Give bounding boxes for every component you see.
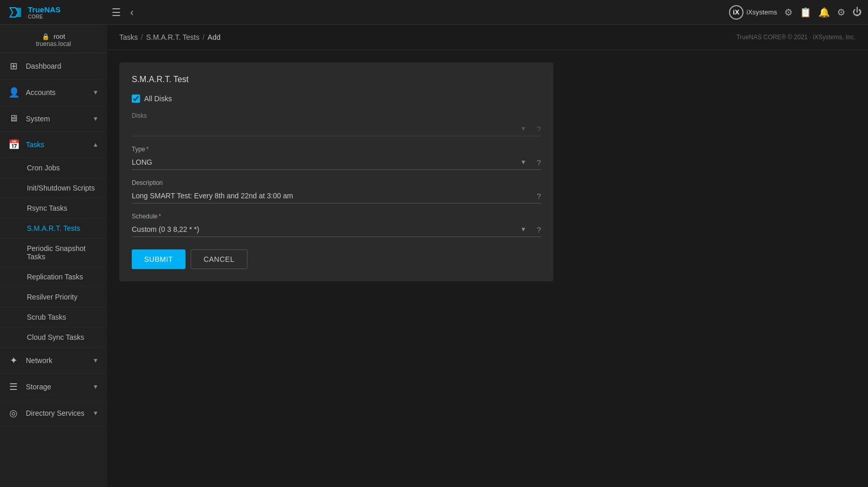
logo: TrueNAS CORE — [6, 3, 110, 22]
notifications-icon[interactable]: 🔔 — [818, 7, 830, 18]
sidebar-label-init-shutdown: Init/Shutdown Scripts — [27, 184, 95, 192]
sidebar-item-rsync-tasks[interactable]: Rsync Tasks — [0, 198, 107, 218]
network-arrow-icon: ▼ — [92, 357, 99, 364]
system-icon: 🖥 — [8, 113, 19, 124]
trident-icon[interactable]: ⚙ — [784, 7, 793, 18]
storage-arrow-icon: ▼ — [92, 383, 99, 390]
description-group: Description ? — [132, 179, 541, 203]
system-arrow-icon: ▼ — [92, 115, 99, 122]
sidebar-label-directory-services: Directory Services — [26, 409, 92, 417]
sidebar: 🔒 root truenas.local ⊞ Dashboard 👤 Accou… — [0, 25, 107, 487]
sidebar-label-network: Network — [26, 356, 92, 365]
description-input[interactable] — [132, 188, 541, 203]
breadcrumb-bar: Tasks / S.M.A.R.T. Tests / Add TrueNAS C… — [107, 25, 868, 50]
form-title: S.M.A.R.T. Test — [132, 75, 541, 84]
topnav-right: iX iXsystems ⚙ 📋 🔔 ⚙ ⏻ — [729, 5, 862, 20]
breadcrumb-tasks[interactable]: Tasks — [119, 33, 138, 41]
sidebar-label-smart-tests: S.M.A.R.T. Tests — [27, 224, 80, 232]
sidebar-label-system: System — [26, 115, 92, 123]
sidebar-item-cron-jobs[interactable]: Cron Jobs — [0, 158, 107, 178]
ix-systems-label: iXsystems — [747, 8, 777, 16]
disks-arrow-icon: ▼ — [520, 125, 526, 132]
disks-question-icon[interactable]: ? — [537, 124, 541, 133]
truenas-logo-icon — [6, 3, 25, 22]
sidebar-item-periodic-snapshot[interactable]: Periodic Snapshot Tasks — [0, 239, 107, 267]
tasks-arrow-icon: ▲ — [92, 141, 99, 148]
sidebar-item-system[interactable]: 🖥 System ▼ — [0, 106, 107, 132]
sidebar-item-storage[interactable]: ☰ Storage ▼ — [0, 374, 107, 400]
sidebar-label-tasks: Tasks — [26, 140, 92, 149]
sidebar-item-accounts[interactable]: 👤 Accounts ▼ — [0, 80, 107, 106]
directory-arrow-icon: ▼ — [92, 410, 99, 417]
type-help-icon[interactable]: ? — [537, 158, 541, 167]
sidebar-item-init-shutdown[interactable]: Init/Shutdown Scripts — [0, 178, 107, 198]
type-select[interactable]: LONG SHORT CONVEYANCE OFFLINE — [132, 155, 541, 169]
svg-rect-0 — [6, 3, 25, 22]
submit-button[interactable]: SUBMIT — [132, 249, 185, 269]
sidebar-item-cloud-sync-tasks[interactable]: Cloud Sync Tasks — [0, 327, 107, 348]
sidebar-item-replication-tasks[interactable]: Replication Tasks — [0, 267, 107, 287]
form-buttons: SUBMIT CANCEL — [132, 249, 541, 269]
panel-wrapper: S.M.A.R.T. Test All Disks Disks ▼ — [107, 50, 868, 294]
topnav-controls: ☰ ‹ — [110, 4, 136, 21]
breadcrumb-add: Add — [208, 33, 221, 41]
disks-label: Disks — [132, 112, 541, 119]
description-label: Description — [132, 179, 541, 186]
breadcrumb: Tasks / S.M.A.R.T. Tests / Add — [119, 33, 221, 41]
ix-systems-logo: iX iXsystems — [729, 5, 777, 20]
main-layout: 🔒 root truenas.local ⊞ Dashboard 👤 Accou… — [0, 25, 868, 487]
breadcrumb-sep-2: / — [203, 33, 205, 41]
directory-icon: ◎ — [8, 407, 19, 419]
disks-select-wrapper: ▼ ? — [132, 121, 541, 136]
logo-sub: CORE — [28, 14, 60, 20]
description-field-wrapper: ? — [132, 188, 541, 203]
smart-test-form-panel: S.M.A.R.T. Test All Disks Disks ▼ — [119, 62, 553, 281]
breadcrumb-smart-tests[interactable]: S.M.A.R.T. Tests — [146, 33, 199, 41]
power-icon[interactable]: ⏻ — [853, 7, 862, 18]
sidebar-label-resilver-priority: Resilver Priority — [27, 293, 78, 301]
logo-text: TrueNAS — [28, 5, 60, 14]
all-disks-row: All Disks — [132, 95, 541, 103]
settings-icon[interactable]: ⚙ — [837, 7, 845, 18]
accounts-icon: 👤 — [8, 87, 19, 98]
schedule-label: Schedule* — [132, 213, 541, 220]
sidebar-label-replication-tasks: Replication Tasks — [27, 273, 83, 281]
network-icon: ✦ — [8, 355, 19, 366]
sidebar-label-dashboard: Dashboard — [26, 62, 99, 70]
schedule-select[interactable]: Custom (0 3 8,22 * *) Hourly Daily Weekl… — [132, 222, 541, 237]
sidebar-item-smart-tests[interactable]: S.M.A.R.T. Tests — [0, 218, 107, 239]
back-chevron-button[interactable]: ‹ — [128, 4, 136, 20]
description-help-icon[interactable]: ? — [537, 192, 541, 200]
storage-icon: ☰ — [8, 381, 19, 392]
sidebar-item-dashboard[interactable]: ⊞ Dashboard — [0, 53, 107, 80]
clipboard-icon[interactable]: 📋 — [800, 7, 811, 18]
user-section: 🔒 root truenas.local — [0, 25, 107, 53]
sidebar-item-resilver-priority[interactable]: Resilver Priority — [0, 287, 107, 307]
sidebar-label-scrub-tasks: Scrub Tasks — [27, 313, 66, 321]
sidebar-label-periodic-snapshot: Periodic Snapshot Tasks — [27, 244, 99, 261]
sidebar-item-scrub-tasks[interactable]: Scrub Tasks — [0, 307, 107, 327]
sidebar-label-storage: Storage — [26, 383, 92, 391]
sidebar-item-tasks[interactable]: 📅 Tasks ▲ — [0, 132, 107, 158]
hostname: truenas.local — [6, 40, 101, 48]
type-group: Type* LONG SHORT CONVEYANCE OFFLINE ▼ ? — [132, 146, 541, 170]
all-disks-checkbox[interactable] — [132, 95, 140, 103]
ix-circle-icon: iX — [729, 5, 743, 20]
copyright-text: TrueNAS CORE® © 2021 · iXSystems, Inc. — [736, 34, 856, 41]
sidebar-label-accounts: Accounts — [26, 88, 92, 97]
schedule-help-icon[interactable]: ? — [537, 225, 541, 234]
type-field-wrapper: LONG SHORT CONVEYANCE OFFLINE ▼ ? — [132, 155, 541, 170]
content-area: Tasks / S.M.A.R.T. Tests / Add TrueNAS C… — [107, 25, 868, 487]
sidebar-label-rsync-tasks: Rsync Tasks — [27, 204, 67, 212]
cancel-button[interactable]: CANCEL — [191, 249, 247, 269]
sidebar-label-cron-jobs: Cron Jobs — [27, 164, 60, 172]
sidebar-item-network[interactable]: ✦ Network ▼ — [0, 348, 107, 374]
tasks-icon: 📅 — [8, 139, 19, 150]
schedule-field-wrapper: Custom (0 3 8,22 * *) Hourly Daily Weekl… — [132, 222, 541, 237]
sidebar-item-directory-services[interactable]: ◎ Directory Services ▼ — [0, 400, 107, 427]
dashboard-icon: ⊞ — [8, 60, 19, 72]
hamburger-button[interactable]: ☰ — [110, 4, 123, 21]
accounts-arrow-icon: ▼ — [92, 89, 99, 96]
disks-dropdown[interactable] — [132, 121, 541, 136]
all-disks-label[interactable]: All Disks — [144, 95, 172, 103]
